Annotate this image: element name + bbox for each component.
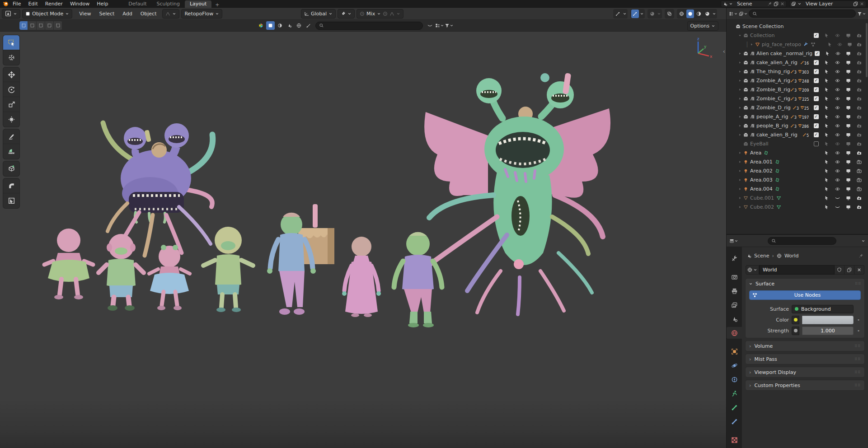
properties-tab-data-armature[interactable] [727, 387, 742, 399]
outliner-row[interactable]: people_A_rig3197✓ [727, 112, 865, 121]
properties-tab-tool[interactable] [727, 252, 742, 264]
outliner-row[interactable]: cake_alien_B_rig5✓ [727, 130, 865, 139]
viewport-canvas[interactable]: z x y ‹ [0, 32, 726, 448]
disable-render-toggle[interactable] [857, 60, 862, 65]
selectable-toggle[interactable] [824, 196, 829, 201]
object-name[interactable]: Collection [750, 33, 774, 38]
disable-render-toggle[interactable] [857, 159, 862, 164]
selectable-toggle[interactable] [827, 42, 832, 47]
view-layer-name[interactable]: View Layer [803, 1, 852, 7]
menu-render[interactable]: Render [42, 0, 66, 8]
proportional-editing-dropdown[interactable]: Mix [357, 9, 404, 19]
disable-viewport-toggle[interactable] [846, 177, 851, 182]
disable-render-toggle[interactable] [857, 196, 862, 201]
selectable-toggle[interactable] [824, 187, 829, 191]
object-name[interactable]: Scene Collection [742, 23, 784, 29]
exclude-checkbox[interactable]: ✓ [814, 78, 819, 83]
options-dropdown[interactable]: Options [687, 21, 718, 31]
color-swatch[interactable] [802, 316, 854, 324]
outliner-row[interactable]: Area.003 [727, 175, 865, 184]
disable-viewport-toggle[interactable] [846, 87, 851, 92]
pin-icon[interactable] [767, 1, 772, 6]
object-name[interactable]: Cube.001 [750, 195, 774, 201]
zombie-man[interactable] [394, 232, 442, 327]
disable-viewport-toggle[interactable] [846, 33, 851, 38]
new-datablock-icon[interactable] [774, 1, 779, 6]
toddler-green[interactable] [203, 227, 253, 312]
expand-arrow-icon[interactable] [738, 169, 742, 173]
menu-help[interactable]: Help [93, 0, 112, 8]
outliner-scrollbar[interactable] [866, 23, 868, 77]
hide-viewport-toggle[interactable] [835, 168, 840, 173]
editor-type-button[interactable] [729, 237, 738, 245]
hide-viewport-toggle[interactable] [835, 205, 840, 210]
exclude-checkbox[interactable]: ✓ [814, 114, 819, 119]
disable-render-toggle[interactable] [857, 150, 862, 155]
properties-tab-bone-constraint[interactable] [727, 415, 742, 427]
hide-viewport-toggle[interactable] [835, 96, 840, 101]
hide-viewport-toggle[interactable] [835, 69, 840, 74]
view-layer-selector[interactable]: View Layer [789, 0, 866, 7]
search-input[interactable] [315, 22, 423, 30]
new-datablock-icon[interactable] [853, 1, 858, 6]
disable-render-toggle[interactable] [857, 78, 862, 83]
addon-tool-2-tool[interactable] [3, 193, 19, 208]
filter-blend-button[interactable] [257, 21, 265, 30]
filter-mesh-button[interactable] [266, 21, 275, 30]
disable-viewport-toggle[interactable] [846, 159, 851, 164]
select-intersect-button[interactable] [54, 21, 62, 30]
expand-arrow-icon[interactable] [738, 51, 742, 56]
outliner-row[interactable]: Scene Collection [727, 22, 865, 31]
expand-arrow-icon[interactable] [738, 115, 742, 119]
select-invert-button[interactable] [45, 21, 54, 30]
rotate-tool[interactable] [3, 82, 19, 97]
object-name[interactable]: Zombie_C_rig [756, 96, 790, 102]
disable-viewport-toggle[interactable] [846, 114, 851, 119]
disable-viewport-toggle[interactable] [846, 105, 851, 110]
new-datablock-button[interactable] [845, 265, 854, 275]
exclude-checkbox[interactable]: ✓ [814, 69, 819, 74]
expand-arrow-icon[interactable] [738, 205, 742, 209]
object-name[interactable]: Zombie_A_rig [756, 78, 790, 84]
selectable-toggle[interactable] [824, 159, 829, 164]
retopoflow-menu[interactable]: RetopoFlow [181, 9, 222, 19]
menu-edit[interactable]: Edit [24, 0, 41, 8]
outliner-row[interactable]: Area.002 [727, 166, 865, 175]
hide-viewport-toggle[interactable] [835, 159, 840, 164]
outliner-row[interactable]: Collection✓ [727, 31, 865, 40]
chevron-down-icon[interactable] [861, 239, 865, 243]
panel-drag-handle[interactable]: ⠿⠿ [854, 357, 861, 361]
expand-arrow-icon[interactable] [738, 106, 742, 110]
pin-icon[interactable] [859, 253, 863, 258]
toddler-boy[interactable] [99, 234, 144, 311]
girl-blue-skirt[interactable] [149, 245, 190, 310]
scene-selector[interactable]: Scene [721, 0, 787, 7]
outliner-row[interactable]: cake_alien_A_rig16✓ [727, 58, 865, 67]
object-name[interactable]: Alien cake _normal_rig [756, 51, 812, 56]
disable-viewport-toggle[interactable] [846, 196, 851, 201]
hide-viewport-toggle[interactable] [835, 60, 840, 65]
disable-render-toggle[interactable] [857, 205, 862, 210]
blender-logo-icon[interactable] [3, 0, 9, 7]
unlink-button[interactable] [854, 265, 864, 275]
woman-pink-dress[interactable] [342, 237, 381, 317]
disable-viewport-toggle[interactable] [846, 69, 851, 74]
surface-panel-header[interactable]: Surface ⠿⠿ [746, 279, 864, 289]
workspace-tab-default[interactable]: Default [123, 0, 151, 8]
select-extend-button[interactable] [28, 21, 37, 30]
snapping-dropdown[interactable] [338, 9, 355, 19]
object-name[interactable]: Area.001 [750, 159, 773, 165]
selectable-toggle[interactable] [824, 205, 829, 210]
addon-tool-1-tool[interactable] [3, 178, 19, 193]
disable-viewport-toggle[interactable] [846, 78, 851, 83]
properties-tab-constraints[interactable] [727, 373, 742, 385]
object-name[interactable]: Cube.002 [750, 204, 774, 210]
transform-tool[interactable] [3, 112, 19, 127]
disable-viewport-toggle[interactable] [846, 141, 851, 146]
exclude-checkbox[interactable]: ✓ [814, 105, 819, 110]
expand-arrow-icon[interactable] [738, 187, 742, 191]
add-cube-tool[interactable] [3, 161, 19, 176]
close-icon[interactable] [859, 1, 864, 6]
use-nodes-button[interactable]: Use Nodes [749, 290, 861, 300]
disable-render-toggle[interactable] [857, 33, 862, 38]
